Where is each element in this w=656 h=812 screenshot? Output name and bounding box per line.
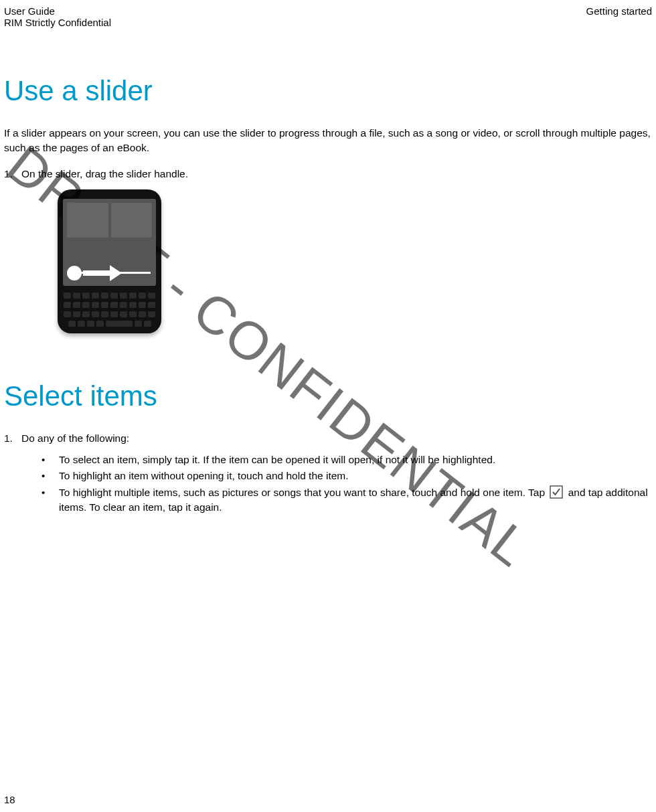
screen-tile bbox=[67, 203, 108, 238]
step-text: Do any of the following: bbox=[21, 432, 129, 444]
header-left-line1: User Guide bbox=[4, 5, 111, 17]
section2-heading: Select items bbox=[4, 380, 652, 412]
slider-handle-icon bbox=[67, 266, 82, 280]
step-number: 1. bbox=[4, 167, 21, 181]
header-left-line2: RIM Strictly Confidential bbox=[4, 17, 111, 28]
page-number: 18 bbox=[4, 794, 15, 805]
slider-figure bbox=[58, 189, 652, 333]
page-header: User Guide RIM Strictly Confidential Get… bbox=[0, 0, 656, 28]
phone-illustration bbox=[58, 189, 161, 333]
arrow-right-icon bbox=[83, 263, 123, 283]
section2-step1: 1.Do any of the following: To select an … bbox=[4, 431, 652, 515]
bullet-3: To highlight multiple items, such as pic… bbox=[42, 485, 652, 515]
step-number: 1. bbox=[4, 431, 21, 446]
bullet-1: To select an item, simply tap it. If the… bbox=[42, 453, 652, 467]
check-icon bbox=[550, 485, 563, 499]
bullet-2: To highlight an item without opening it,… bbox=[42, 469, 652, 483]
phone-keyboard bbox=[63, 293, 156, 327]
section1-intro: If a slider appears on your screen, you … bbox=[4, 126, 652, 155]
section1-step1: 1.On the slider, drag the slider handle. bbox=[4, 167, 652, 181]
step-text: On the slider, drag the slider handle. bbox=[21, 168, 188, 179]
phone-screen bbox=[63, 199, 156, 286]
header-right: Getting started bbox=[586, 5, 652, 28]
bullet-3-text-a: To highlight multiple items, such as pic… bbox=[59, 487, 548, 498]
screen-tile bbox=[111, 203, 153, 238]
section1-heading: Use a slider bbox=[4, 75, 652, 107]
svg-rect-0 bbox=[550, 486, 562, 498]
